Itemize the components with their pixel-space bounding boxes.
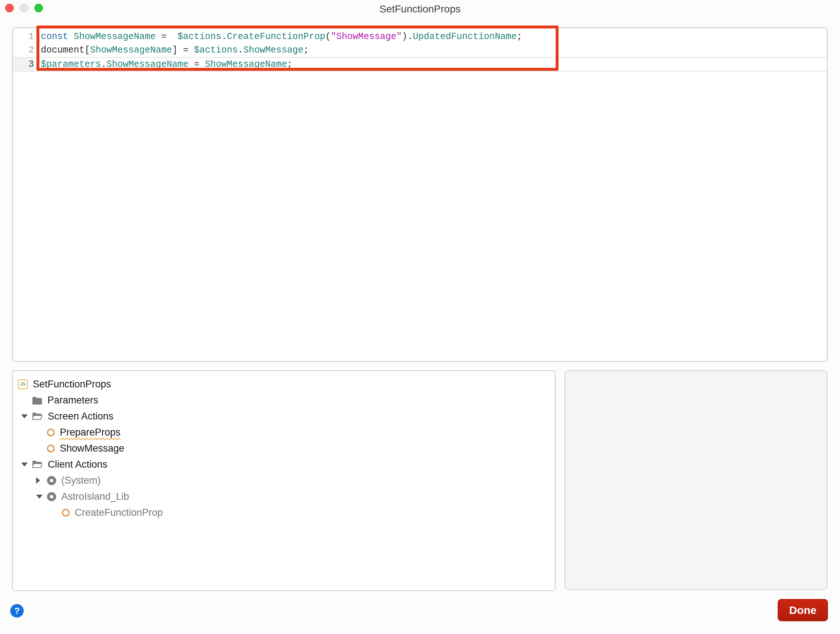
tree-item-createfunctionprop[interactable]: CreateFunctionProp [13, 504, 555, 520]
tree-item-system[interactable]: (System) [13, 473, 555, 489]
chevron-down-icon[interactable] [21, 463, 32, 466]
tree-item-setfunctionprops[interactable]: JSSetFunctionProps [13, 376, 555, 392]
code-token: CreateFunctionProp [227, 32, 325, 42]
code-token: . [238, 45, 243, 55]
tree-item-label: Screen Actions [48, 411, 114, 422]
action-circle-icon [62, 509, 69, 517]
code-token: ShowMessageName [205, 59, 287, 70]
folder-open-icon [32, 460, 43, 469]
tree-item-label: AstroIsland_Lib [61, 491, 129, 502]
code-token: ShowMessageName [106, 59, 188, 70]
chevron-down-icon[interactable] [36, 495, 47, 499]
line-number: 2 [13, 43, 34, 57]
tree-item-label: PrepareProps [60, 427, 121, 438]
code-token: $actions [194, 45, 238, 55]
code-token: = [188, 59, 205, 70]
code-token: const [41, 32, 68, 42]
code-content: const ShowMessageName = $actions.CreateF… [34, 30, 522, 43]
tree-item-label: SetFunctionProps [33, 379, 111, 390]
code-token: "ShowMessage" [331, 32, 402, 42]
code-token: ; [287, 59, 292, 70]
chevron-right-icon[interactable] [36, 477, 47, 484]
code-token: ShowMessageName [74, 32, 156, 42]
actions-tree-panel: JSSetFunctionPropsParametersScreen Actio… [12, 370, 556, 591]
code-token: ; [516, 32, 522, 42]
window-title: SetFunctionProps [0, 3, 840, 15]
tree-item-label: ShowMessage [60, 443, 124, 454]
line-number: 3 [13, 58, 34, 71]
module-icon [47, 492, 56, 501]
module-icon [47, 476, 56, 485]
code-token: ] = [172, 45, 194, 55]
code-token: document[ [41, 45, 90, 55]
code-content: document[ShowMessageName] = $actions.Sho… [34, 43, 309, 57]
folder-open-icon [32, 412, 43, 421]
code-token: = [156, 32, 178, 42]
tree-item-prepareprops[interactable]: PrepareProps [13, 424, 555, 440]
code-token: $parameters [41, 59, 101, 70]
js-icon: JS [18, 379, 28, 389]
tree-item-showmessage[interactable]: ShowMessage [13, 440, 555, 456]
code-token: ShowMessage [243, 45, 303, 55]
tree-item-label: Parameters [47, 395, 98, 406]
tree-item-client-actions[interactable]: Client Actions [13, 456, 555, 473]
code-token: ; [303, 45, 309, 55]
tree-item-label: Client Actions [48, 459, 107, 470]
code-token: ( [325, 32, 331, 42]
tree-item-screen-actions[interactable]: Screen Actions [13, 408, 555, 424]
code-line[interactable]: 3$parameters.ShowMessageName = ShowMessa… [13, 57, 827, 72]
code-token: UpdatedFunctionName [413, 32, 516, 42]
code-token: . [101, 59, 106, 70]
code-editor[interactable]: 1const ShowMessageName = $actions.Create… [12, 27, 827, 362]
code-lines-container: 1const ShowMessageName = $actions.Create… [13, 30, 827, 72]
help-button[interactable]: ? [10, 604, 24, 618]
done-button[interactable]: Done [778, 599, 828, 621]
code-token: ). [402, 32, 413, 42]
tree-item-label: CreateFunctionProp [75, 507, 163, 519]
folder-icon [32, 396, 42, 405]
line-number: 1 [13, 30, 34, 43]
question-mark-icon: ? [14, 606, 20, 616]
code-line[interactable]: 2document[ShowMessageName] = $actions.Sh… [13, 43, 827, 57]
tree-rows-container: JSSetFunctionPropsParametersScreen Actio… [13, 376, 555, 520]
title-bar: SetFunctionProps [0, 0, 840, 19]
code-token: . [221, 32, 227, 42]
code-line[interactable]: 1const ShowMessageName = $actions.Create… [13, 30, 827, 43]
tree-item-parameters[interactable]: Parameters [13, 392, 555, 408]
tree-item-label: (System) [61, 475, 101, 486]
code-token: ShowMessageName [90, 45, 172, 55]
action-circle-icon [47, 445, 55, 452]
chevron-down-icon[interactable] [21, 414, 32, 418]
detail-panel [564, 370, 827, 590]
code-token: $actions [178, 32, 221, 42]
code-token [68, 32, 74, 42]
tree-item-astroisland-lib[interactable]: AstroIsland_Lib [13, 489, 555, 504]
code-content: $parameters.ShowMessageName = ShowMessag… [34, 58, 292, 71]
action-circle-icon [47, 428, 55, 436]
